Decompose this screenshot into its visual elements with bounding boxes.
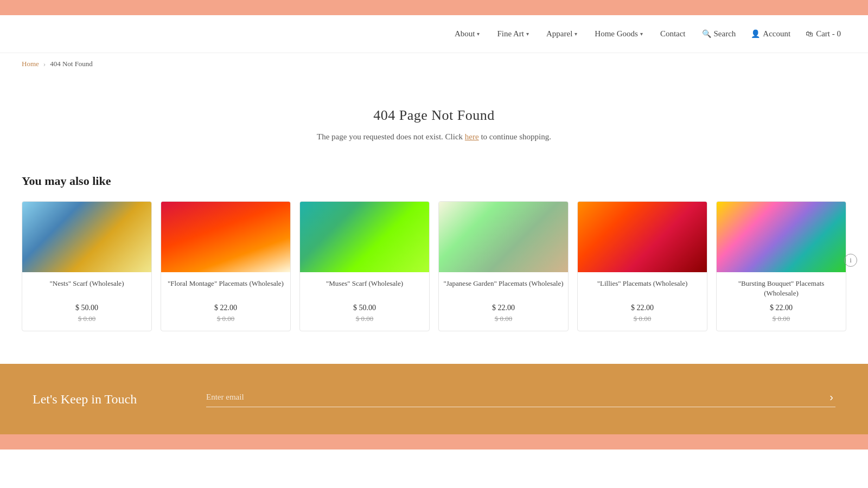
product-info: "Bursting Bouquet" Placemats (Wholesale)… <box>717 272 846 331</box>
product-info: "Floral Montage" Placemats (Wholesale) $… <box>161 272 290 331</box>
product-image <box>439 202 568 272</box>
email-submit-button[interactable]: › <box>827 391 835 403</box>
breadcrumb-separator: › <box>43 60 46 68</box>
products-grid: "Nests" Scarf (Wholesale) $ 50.00 $ 0.00… <box>22 201 846 331</box>
error-section: 404 Page Not Found The page you requeste… <box>0 75 868 163</box>
product-original-price: $ 0.00 <box>721 314 841 323</box>
product-image <box>578 202 707 272</box>
nav-fine-art-label: Fine Art <box>497 29 524 38</box>
top-banner <box>0 0 868 15</box>
nav-apparel[interactable]: Apparel ▾ <box>540 25 584 43</box>
newsletter-title: Let's Keep in Touch <box>33 392 184 407</box>
search-icon: 🔍 <box>702 29 711 38</box>
product-original-price: $ 0.00 <box>582 314 703 323</box>
nav-home-goods[interactable]: Home Goods ▾ <box>588 25 649 43</box>
info-icon-container: i <box>844 254 857 267</box>
nav-search[interactable]: 🔍 Search <box>697 25 742 43</box>
recommendations-section: You may also like "Nests" Scarf (Wholesa… <box>0 163 868 364</box>
product-name: "Bursting Bouquet" Placemats (Wholesale) <box>721 279 841 298</box>
product-info: "Nests" Scarf (Wholesale) $ 50.00 $ 0.00 <box>22 272 151 331</box>
error-message-before: The page you requested does not exist. C… <box>317 132 465 141</box>
nav-cart[interactable]: 🛍 Cart - 0 <box>800 25 846 43</box>
product-price: $ 22.00 <box>582 304 703 312</box>
product-image <box>161 202 290 272</box>
product-price: $ 22.00 <box>443 304 564 312</box>
product-info: "Lillies" Placemats (Wholesale) $ 22.00 … <box>578 272 707 331</box>
product-original-price: $ 0.00 <box>443 314 564 323</box>
info-icon[interactable]: i <box>844 254 857 267</box>
product-card[interactable]: "Floral Montage" Placemats (Wholesale) $… <box>161 201 291 331</box>
product-name: "Lillies" Placemats (Wholesale) <box>582 279 703 298</box>
product-price: $ 22.00 <box>165 304 286 312</box>
product-card[interactable]: "Muses" Scarf (Wholesale) $ 50.00 $ 0.00 <box>299 201 430 331</box>
error-message-after: to continue shopping. <box>479 132 551 141</box>
error-message: The page you requested does not exist. C… <box>11 132 857 142</box>
nav-home-goods-label: Home Goods <box>595 29 638 38</box>
chevron-down-icon: ▾ <box>575 31 577 37</box>
nav-contact[interactable]: Contact <box>654 25 692 43</box>
product-name: "Japanese Garden" Placemats (Wholesale) <box>443 279 564 298</box>
product-original-price: $ 0.00 <box>27 314 147 323</box>
product-name: "Floral Montage" Placemats (Wholesale) <box>165 279 286 298</box>
product-info: "Muses" Scarf (Wholesale) $ 50.00 $ 0.00 <box>300 272 429 331</box>
nav-account-label: Account <box>763 29 790 38</box>
main-nav: About ▾ Fine Art ▾ Apparel ▾ Home Goods … <box>0 15 868 53</box>
nav-cart-label: Cart - 0 <box>816 29 841 38</box>
email-input[interactable] <box>206 393 827 402</box>
product-name: "Nests" Scarf (Wholesale) <box>27 279 147 298</box>
nav-contact-label: Contact <box>660 29 686 38</box>
product-card[interactable]: "Lillies" Placemats (Wholesale) $ 22.00 … <box>577 201 707 331</box>
product-original-price: $ 0.00 <box>304 314 425 323</box>
page-wrapper: 404 Page Not Found The page you requeste… <box>0 75 868 364</box>
footer-bottom <box>0 434 868 450</box>
product-price: $ 50.00 <box>304 304 425 312</box>
nav-apparel-label: Apparel <box>546 29 572 38</box>
product-price: $ 22.00 <box>721 304 841 312</box>
nav-about[interactable]: About ▾ <box>448 25 487 43</box>
product-card[interactable]: "Bursting Bouquet" Placemats (Wholesale)… <box>716 201 846 331</box>
product-name: "Muses" Scarf (Wholesale) <box>304 279 425 298</box>
chevron-down-icon: ▾ <box>477 31 480 37</box>
breadcrumb: Home › 404 Not Found <box>0 53 868 75</box>
email-form: › <box>206 391 835 407</box>
recommendations-title: You may also like <box>22 174 846 188</box>
nav-search-label: Search <box>714 29 736 38</box>
product-image <box>22 202 151 272</box>
cart-icon: 🛍 <box>806 30 813 38</box>
nav-about-label: About <box>455 29 475 38</box>
breadcrumb-current: 404 Not Found <box>50 60 93 68</box>
product-image <box>717 202 846 272</box>
nav-fine-art[interactable]: Fine Art ▾ <box>490 25 535 43</box>
error-title: 404 Page Not Found <box>11 107 857 124</box>
footer-newsletter: Let's Keep in Touch › <box>0 364 868 434</box>
nav-account[interactable]: 👤 Account <box>745 25 796 43</box>
product-info: "Japanese Garden" Placemats (Wholesale) … <box>439 272 568 331</box>
account-icon: 👤 <box>751 29 760 38</box>
error-here-link[interactable]: here <box>465 132 479 141</box>
product-card[interactable]: "Nests" Scarf (Wholesale) $ 50.00 $ 0.00 <box>22 201 152 331</box>
product-card[interactable]: "Japanese Garden" Placemats (Wholesale) … <box>438 201 569 331</box>
product-price: $ 50.00 <box>27 304 147 312</box>
product-image <box>300 202 429 272</box>
chevron-down-icon: ▾ <box>640 31 643 37</box>
product-original-price: $ 0.00 <box>165 314 286 323</box>
chevron-down-icon: ▾ <box>526 31 529 37</box>
breadcrumb-home[interactable]: Home <box>22 60 39 68</box>
